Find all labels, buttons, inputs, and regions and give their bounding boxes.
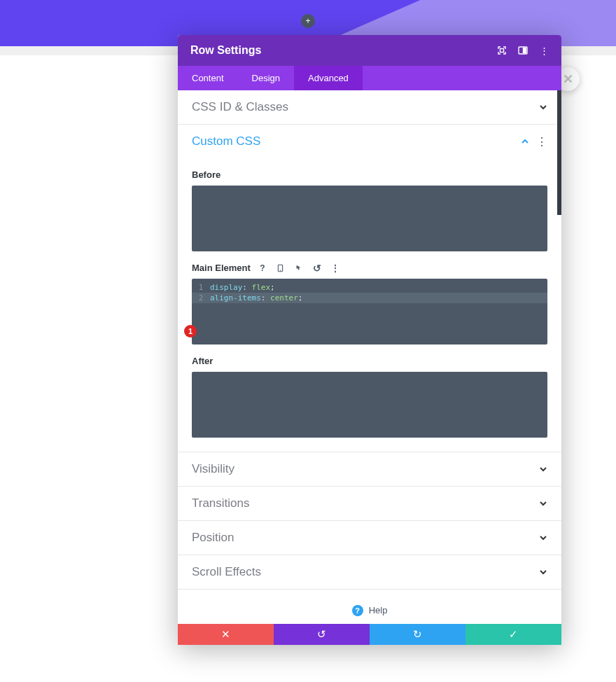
help-circle-icon: ? [352, 605, 363, 616]
modal-body: CSS ID & Classes Custom CSS ⋮ [178, 90, 561, 624]
modal-header[interactable]: Row Settings ⋮ [178, 35, 561, 66]
device-icon[interactable] [276, 263, 286, 273]
help-label: Help [369, 605, 388, 615]
label-main-element: Main Element ? ↺ ⋮ [192, 263, 547, 273]
svg-rect-0 [500, 49, 504, 53]
hover-icon[interactable] [294, 263, 304, 273]
undo-button[interactable]: ↺ [274, 624, 370, 645]
code-before[interactable] [192, 186, 547, 251]
label-before: Before [192, 169, 547, 180]
tab-design[interactable]: Design [238, 66, 294, 90]
accordion-title-scroll: Scroll Effects [192, 565, 261, 579]
snap-icon[interactable] [518, 46, 528, 55]
accordion-head-visibility[interactable]: Visibility [178, 452, 561, 486]
chevron-down-icon [539, 103, 547, 111]
expand-icon[interactable] [497, 46, 507, 55]
svg-point-4 [280, 270, 281, 270]
accordion-scroll: Scroll Effects [178, 555, 561, 589]
tabs: Content Design Advanced [178, 66, 561, 90]
code-after[interactable] [192, 372, 547, 438]
chevron-up-icon [521, 137, 529, 146]
header-more-icon[interactable]: ⋮ [539, 46, 549, 55]
chevron-down-icon [539, 568, 547, 576]
redo-button[interactable]: ↻ [370, 624, 465, 645]
accordion-customcss: Custom CSS ⋮ Before Main Element ? [178, 125, 561, 452]
scrollbar[interactable] [557, 90, 561, 215]
chevron-down-icon [539, 499, 547, 508]
code-main-element[interactable]: 1 2 display: flex; align-items: center; [192, 279, 547, 345]
accordion-title-transitions: Transitions [192, 496, 250, 510]
accordion-head-position[interactable]: Position [178, 521, 561, 555]
modal-title: Row Settings [190, 44, 261, 57]
accordion-title-position: Position [192, 531, 234, 545]
field-more-icon[interactable]: ⋮ [330, 263, 340, 273]
help-row[interactable]: ? Help [178, 589, 561, 624]
accordion-head-transitions[interactable]: Transitions [178, 487, 561, 520]
code-lines: display: flex; align-items: center; [192, 279, 547, 307]
tab-advanced[interactable]: Advanced [294, 66, 363, 90]
accordion-title-cssid: CSS ID & Classes [192, 100, 288, 114]
add-section-button[interactable]: + [301, 14, 315, 28]
accordion-title-customcss: Custom CSS [192, 134, 260, 148]
save-button[interactable]: ✓ [465, 624, 561, 645]
label-after: After [192, 356, 547, 366]
accordion-more-icon[interactable]: ⋮ [536, 135, 547, 148]
reset-icon[interactable]: ↺ [312, 263, 322, 273]
help-icon[interactable]: ? [258, 263, 267, 273]
accordion-position: Position [178, 521, 561, 555]
accordion-cssid: CSS ID & Classes [178, 90, 561, 125]
accordion-head-cssid[interactable]: CSS ID & Classes [178, 90, 561, 124]
chevron-down-icon [539, 465, 547, 473]
row-settings-modal: Row Settings ⋮ Content Design Advanced C… [178, 35, 561, 645]
accordion-head-customcss[interactable]: Custom CSS ⋮ [178, 125, 561, 158]
accordion-title-visibility: Visibility [192, 462, 234, 476]
cancel-button[interactable]: ✕ [178, 624, 274, 645]
svg-rect-2 [523, 48, 526, 53]
tab-content[interactable]: Content [178, 66, 238, 90]
annotation-marker-1: 1 [184, 325, 197, 337]
chevron-down-icon [539, 534, 547, 542]
accordion-visibility: Visibility [178, 452, 561, 487]
accordion-transitions: Transitions [178, 487, 561, 521]
accordion-head-scroll[interactable]: Scroll Effects [178, 555, 561, 589]
bottom-bar: ✕ ↺ ↻ ✓ [178, 624, 561, 645]
